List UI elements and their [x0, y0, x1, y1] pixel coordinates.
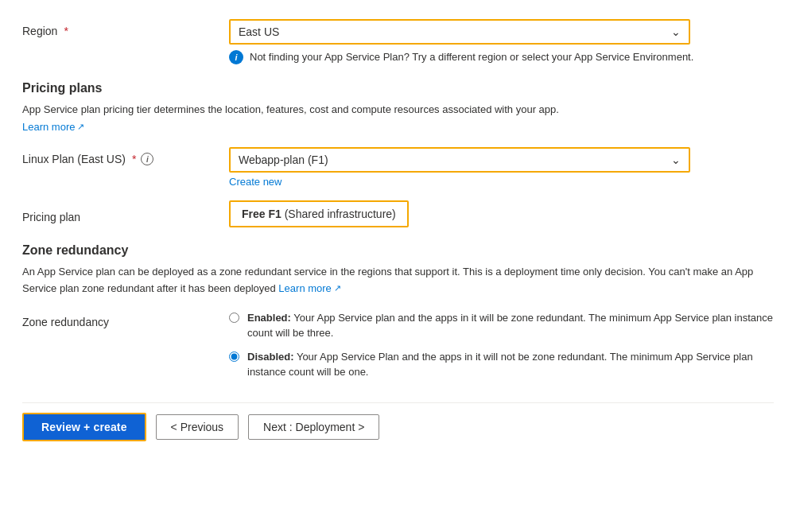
next-button[interactable]: Next : Deployment >: [248, 414, 379, 440]
zone-disabled-description: Your App Service Plan and the apps in it…: [247, 351, 753, 379]
zone-disabled-text: Disabled: Your App Service Plan and the …: [247, 349, 774, 380]
zone-redundancy-label: Zone redundancy: [22, 310, 229, 328]
region-select[interactable]: East US West US West Europe East Asia: [231, 21, 689, 43]
pricing-plans-heading: Pricing plans: [22, 81, 774, 95]
zone-redundancy-desc-text: An App Service plan can be deployed as a…: [22, 266, 753, 294]
region-info-icon: i: [229, 50, 243, 64]
linux-plan-select-wrapper: Webapp-plan (F1) ⌄: [229, 147, 690, 173]
region-label-text: Region: [22, 25, 57, 37]
pricing-plan-label-text: Pricing plan: [22, 211, 80, 223]
pricing-plan-control-wrap: Free F1 (Shared infrastructure): [229, 200, 774, 227]
linux-plan-control-wrap: Webapp-plan (F1) ⌄ Create new: [229, 147, 774, 188]
linux-plan-label: Linux Plan (East US) * i: [22, 147, 229, 165]
pricing-plans-learn-more[interactable]: Learn more ↗: [22, 121, 84, 133]
zone-redundancy-label-text: Zone redundancy: [22, 316, 109, 328]
zone-enabled-label: Enabled:: [247, 312, 291, 324]
region-info-banner: i Not finding your App Service Plan? Try…: [229, 49, 774, 65]
zone-redundancy-radio-group: Enabled: Your App Service plan and the a…: [229, 310, 774, 380]
region-control-wrap: East US West US West Europe East Asia ⌄ …: [229, 19, 774, 65]
linux-plan-select[interactable]: Webapp-plan (F1): [231, 149, 689, 171]
linux-plan-label-text: Linux Plan (East US): [22, 153, 126, 165]
region-required-star: *: [64, 25, 68, 37]
pricing-plan-label: Pricing plan: [22, 205, 229, 223]
pricing-plan-bold: Free F1: [242, 208, 282, 220]
zone-redundancy-heading: Zone redundancy: [22, 243, 774, 258]
linux-plan-info-icon[interactable]: i: [141, 153, 153, 165]
zone-disabled-radio[interactable]: [229, 351, 239, 362]
footer-bar: Review + create < Previous Next : Deploy…: [22, 402, 774, 441]
linux-plan-required-star: *: [132, 153, 136, 165]
zone-enabled-radio[interactable]: [229, 313, 239, 323]
create-new-link[interactable]: Create new: [229, 176, 282, 188]
pricing-plans-section: Pricing plans App Service plan pricing t…: [22, 81, 774, 145]
review-create-button[interactable]: Review + create: [22, 413, 146, 441]
zone-learn-more-label: Learn more: [278, 281, 331, 297]
zone-disabled-label: Disabled:: [247, 351, 294, 363]
zone-disabled-option[interactable]: Disabled: Your App Service Plan and the …: [229, 349, 774, 380]
pricing-plans-description: App Service plan pricing tier determines…: [22, 102, 774, 118]
pricing-plan-box: Free F1 (Shared infrastructure): [229, 200, 409, 227]
pricing-plan-detail: (Shared infrastructure): [285, 208, 396, 220]
region-info-text: Not finding your App Service Plan? Try a…: [250, 49, 693, 65]
zone-redundancy-section: Zone redundancy An App Service plan can …: [22, 243, 774, 380]
zone-redundancy-control-wrap: Enabled: Your App Service plan and the a…: [229, 310, 774, 380]
region-label: Region *: [22, 19, 229, 37]
learn-more-label: Learn more: [22, 121, 75, 133]
previous-button[interactable]: < Previous: [156, 414, 239, 440]
external-link-icon: ↗: [77, 122, 84, 132]
zone-redundancy-description: An App Service plan can be deployed as a…: [22, 264, 774, 297]
region-select-wrapper: East US West US West Europe East Asia ⌄: [229, 19, 690, 45]
zone-enabled-description: Your App Service plan and the apps in it…: [247, 312, 773, 340]
zone-enabled-option[interactable]: Enabled: Your App Service plan and the a…: [229, 310, 774, 341]
zone-external-link-icon: ↗: [334, 282, 341, 296]
zone-learn-more-link[interactable]: Learn more ↗: [278, 281, 340, 297]
zone-enabled-text: Enabled: Your App Service plan and the a…: [247, 310, 774, 341]
